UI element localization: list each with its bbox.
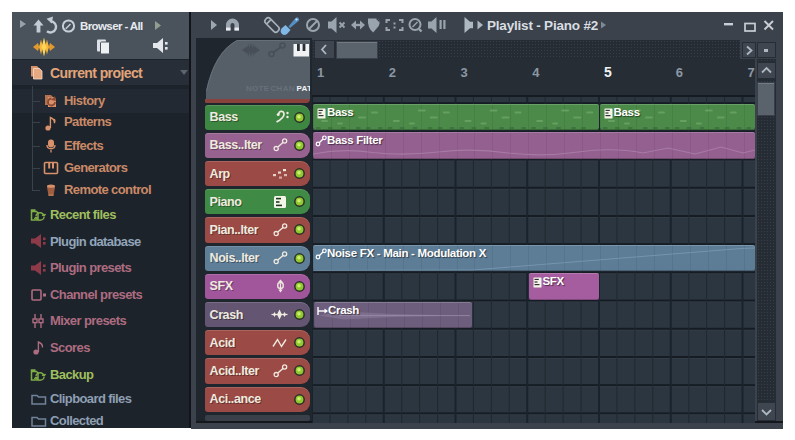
svg-text:PAT: PAT <box>297 84 311 93</box>
svg-text:CHAN: CHAN <box>271 84 295 93</box>
svg-text:NOTE: NOTE <box>246 84 270 93</box>
